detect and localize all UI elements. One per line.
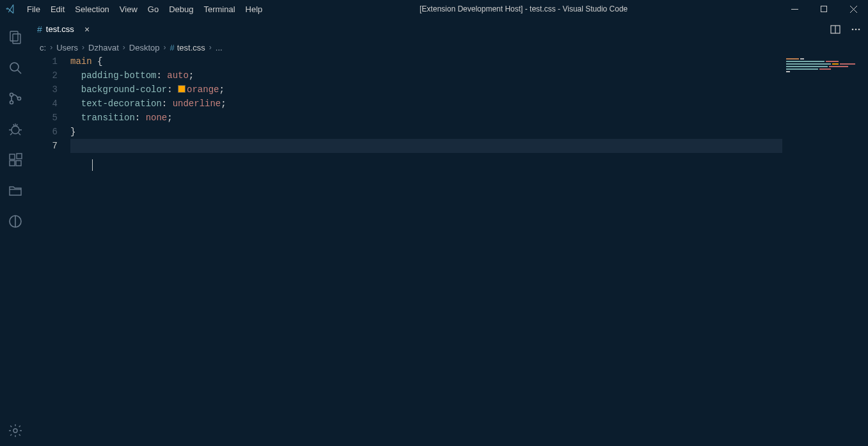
svg-point-5 [10, 93, 13, 97]
editor-group: # test.css × c:›Users›Dzhavat›Desktop›#t… [31, 18, 868, 446]
window-close-button[interactable] [839, 0, 868, 18]
menu-item-help[interactable]: Help [241, 0, 268, 18]
activity-explorer-icon[interactable] [0, 22, 31, 52]
title-bar: FileEditSelectionViewGoDebugTerminalHelp… [0, 0, 868, 18]
activity-debug-icon[interactable] [0, 114, 31, 145]
svg-rect-1 [821, 6, 826, 12]
svg-rect-12 [17, 154, 22, 159]
code-line[interactable]: } [70, 125, 782, 139]
menu-item-file[interactable]: File [22, 0, 45, 18]
activity-bar [0, 18, 31, 446]
svg-point-8 [12, 126, 19, 134]
svg-rect-11 [16, 161, 21, 166]
svg-point-7 [18, 97, 21, 100]
menu-item-debug[interactable]: Debug [164, 0, 198, 18]
editor-actions [828, 18, 868, 40]
vscode-logo-icon [0, 3, 22, 15]
code-line[interactable]: text-decoration: underline; [70, 97, 782, 111]
chevron-right-icon: › [49, 43, 54, 52]
css-file-icon: # [37, 24, 42, 35]
breadcrumb-segment[interactable]: c: [40, 43, 46, 52]
line-number: 6 [31, 125, 58, 139]
main-area: # test.css × c:›Users›Dzhavat›Desktop›#t… [0, 18, 868, 446]
minimap-line [786, 61, 855, 63]
chevron-right-icon: › [208, 43, 213, 52]
svg-point-4 [10, 63, 19, 71]
code-line[interactable]: background-color: orange; [70, 83, 782, 97]
breadcrumb-segment[interactable]: Dzhavat [88, 43, 119, 52]
breadcrumb-file[interactable]: #test.css [170, 43, 205, 52]
menu-item-go[interactable]: Go [143, 0, 164, 18]
window-title: [Extension Development Host] - test.css … [267, 4, 780, 13]
menu-item-edit[interactable]: Edit [45, 0, 70, 18]
code-area[interactable]: main { padding-bottom: auto; background-… [70, 54, 782, 446]
scrollbar-vertical[interactable] [859, 54, 868, 446]
activity-search-icon[interactable] [0, 52, 31, 83]
activity-circle-slash-icon[interactable] [0, 206, 31, 237]
svg-rect-3 [13, 34, 20, 44]
window-controls [780, 0, 868, 18]
breadcrumbs[interactable]: c:›Users›Dzhavat›Desktop›#test.css›... [31, 40, 868, 54]
code-line[interactable]: padding-bottom: auto; [70, 68, 782, 83]
menu-bar: FileEditSelectionViewGoDebugTerminalHelp [22, 0, 267, 18]
editor-body[interactable]: 1234567 main { padding-bottom: auto; bac… [31, 54, 868, 446]
svg-point-14 [13, 429, 17, 433]
line-number: 5 [31, 111, 58, 125]
more-actions-icon[interactable] [849, 22, 863, 36]
close-icon[interactable]: × [84, 25, 90, 34]
line-number-gutter: 1234567 [31, 54, 70, 446]
tab-bar: # test.css × [31, 18, 868, 40]
line-number: 7 [31, 139, 58, 153]
chevron-right-icon: › [122, 43, 127, 52]
chevron-right-icon: › [81, 43, 86, 52]
activity-folder-icon[interactable] [0, 175, 31, 206]
breadcrumb-segment[interactable]: Desktop [129, 43, 160, 52]
minimap-line [786, 58, 855, 60]
minimap-line [786, 68, 855, 70]
menu-item-terminal[interactable]: Terminal [198, 0, 240, 18]
minimap-line [786, 63, 855, 65]
svg-rect-2 [10, 31, 18, 41]
svg-point-18 [855, 28, 857, 30]
svg-rect-0 [791, 9, 798, 10]
activity-settings-gear-icon[interactable] [0, 415, 31, 446]
menu-item-view[interactable]: View [114, 0, 143, 18]
activity-source-control-icon[interactable] [0, 83, 31, 114]
css-file-icon: # [170, 43, 174, 52]
window-maximize-button[interactable] [809, 0, 839, 18]
color-swatch-icon [178, 85, 185, 93]
svg-point-19 [858, 28, 860, 30]
line-number: 1 [31, 54, 58, 68]
code-line[interactable]: transition: none; [70, 111, 782, 125]
activity-extensions-icon[interactable] [0, 145, 31, 175]
svg-rect-10 [10, 161, 15, 166]
breadcrumb-segment[interactable]: Users [56, 43, 78, 52]
window-minimize-button[interactable] [780, 0, 809, 18]
line-number: 3 [31, 83, 58, 97]
breadcrumb-tail[interactable]: ... [216, 43, 223, 52]
menu-item-selection[interactable]: Selection [70, 0, 114, 18]
chevron-right-icon: › [162, 43, 167, 52]
svg-rect-9 [10, 154, 15, 159]
svg-point-17 [852, 28, 854, 30]
svg-point-6 [10, 101, 13, 104]
tab-label: test.css [46, 24, 74, 34]
line-number: 4 [31, 97, 58, 111]
text-cursor [92, 159, 93, 171]
line-number: 2 [31, 68, 58, 83]
tab-test-css[interactable]: # test.css × [31, 18, 107, 40]
split-editor-icon[interactable] [828, 22, 842, 36]
minimap[interactable] [782, 54, 859, 446]
minimap-line [786, 71, 855, 73]
code-line[interactable]: main { [70, 54, 782, 68]
minimap-line [786, 66, 855, 68]
code-line[interactable] [70, 139, 782, 153]
